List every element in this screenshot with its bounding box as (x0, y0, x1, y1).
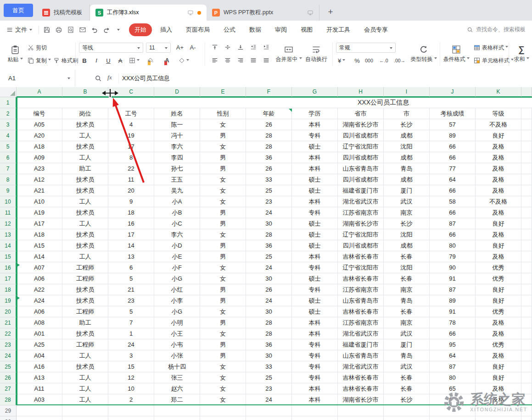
align-center-button[interactable] (221, 55, 234, 66)
tab-workbook[interactable]: S 工作簿3.xlsx (90, 5, 207, 21)
cell-style-button[interactable]: 单元格样式 (474, 56, 514, 65)
increase-font-button[interactable]: A+ (174, 42, 185, 52)
tab-device-icon[interactable] (187, 10, 194, 16)
align-top-button[interactable] (208, 42, 221, 53)
thousands-separator-button[interactable]: 000 (364, 55, 375, 66)
row-header-1[interactable]: 1 (0, 97, 17, 108)
print-preview-button[interactable] (65, 24, 76, 35)
conditional-format-button[interactable]: 条件格式 (442, 41, 470, 67)
font-size-select[interactable]: 11 (146, 43, 171, 53)
row-header-21[interactable]: 21 (0, 317, 17, 328)
row-header-25[interactable]: 25 (0, 361, 17, 372)
row-header-27[interactable]: 27 (0, 383, 17, 394)
ribbon-tab-member[interactable]: 会员专享 (358, 23, 393, 36)
insert-function-button[interactable]: fx (107, 74, 112, 81)
underline-button[interactable]: U (103, 55, 114, 66)
decrease-font-button[interactable]: A- (187, 42, 198, 52)
home-tab[interactable]: 首页 (4, 4, 33, 17)
ribbon-tab-home[interactable]: 开始 (129, 23, 152, 36)
row-header-14[interactable]: 14 (0, 240, 17, 251)
tab-ppt[interactable]: P WPS PPT教程.pptx (207, 5, 319, 21)
ribbon-tab-developer[interactable]: 开发工具 (321, 23, 356, 36)
type-convert-button[interactable]: 类型转换 (410, 41, 437, 67)
quickbar-more-button[interactable] (113, 24, 124, 35)
name-box[interactable]: A1 (0, 70, 75, 87)
row-header-26[interactable]: 26 (0, 372, 17, 383)
percent-button[interactable]: % (352, 55, 363, 66)
decrease-decimal-button[interactable]: ←.0 (378, 55, 389, 66)
ribbon-tab-data[interactable]: 数据 (244, 23, 267, 36)
font-color-button[interactable]: A (161, 55, 174, 66)
row-header-29[interactable]: 29 (0, 405, 17, 416)
align-middle-button[interactable] (221, 42, 234, 53)
share-button[interactable] (77, 24, 88, 35)
align-right-button[interactable] (234, 55, 247, 66)
row-header-19[interactable]: 19 (0, 295, 17, 306)
row-header-30[interactable]: 30 (0, 416, 17, 420)
increase-indent-button[interactable] (260, 42, 273, 53)
bold-button[interactable]: B (79, 55, 90, 66)
magnifier-icon[interactable] (95, 75, 102, 82)
row-header-15[interactable]: 15 (0, 251, 17, 262)
spreadsheet-grid: XXX公司员工信息编号岗位工号姓名性别年龄学历省市市考核成绩等级A05技术员4陈… (0, 87, 532, 420)
ribbon-tab-insert[interactable]: 插入 (155, 23, 178, 36)
command-search[interactable]: 查找命令、搜索模板 (467, 26, 526, 33)
number-format-select[interactable]: 常规 (336, 43, 396, 53)
ribbon-tab-page-layout[interactable]: 页面布局 (180, 23, 215, 36)
row-header-18[interactable]: 18 (0, 284, 17, 295)
borders-button[interactable] (128, 55, 140, 66)
copy-button[interactable]: 复制 (28, 56, 51, 65)
save-button[interactable] (41, 24, 52, 35)
row-header-8[interactable]: 8 (0, 174, 17, 185)
select-all-corner[interactable] (0, 87, 17, 97)
ribbon-tab-review[interactable]: 审阅 (269, 23, 292, 36)
merge-center-button[interactable]: 合并居中 (275, 41, 302, 67)
row-header-24[interactable]: 24 (0, 350, 17, 361)
cut-button[interactable]: 剪切 (28, 43, 47, 52)
font-name-select[interactable]: 等线 (79, 43, 143, 53)
row-header-28[interactable]: 28 (0, 394, 17, 405)
row-header-4[interactable]: 4 (0, 130, 17, 141)
currency-button[interactable]: ¥ (336, 55, 347, 66)
row-header-9[interactable]: 9 (0, 185, 17, 196)
row-header-12[interactable]: 12 (0, 218, 17, 229)
row-header-22[interactable]: 22 (0, 328, 17, 339)
justify-button[interactable] (247, 55, 260, 66)
row-header-13[interactable]: 13 (0, 229, 17, 240)
increase-decimal-button[interactable]: .00→ (393, 55, 406, 66)
undo-button[interactable] (89, 24, 100, 35)
row-header-6[interactable]: 6 (0, 152, 17, 163)
row-header-3[interactable]: 3 (0, 119, 17, 130)
ribbon-tab-view[interactable]: 视图 (295, 23, 318, 36)
new-tab-button[interactable]: + (324, 6, 337, 18)
paste-button[interactable]: 粘贴 (5, 41, 26, 67)
sum-button[interactable]: ∑ 求和 (511, 41, 532, 67)
table-style-button[interactable]: 表格样式 (474, 43, 508, 52)
row-header-16[interactable]: 16 (0, 262, 17, 273)
align-bottom-button[interactable] (234, 42, 247, 53)
row-header-23[interactable]: 23 (0, 339, 17, 350)
formula-input[interactable]: XXX公司员工信息 (122, 74, 170, 83)
file-menu[interactable]: 文件 (0, 21, 37, 39)
redo-button[interactable] (101, 24, 112, 35)
wrap-text-button[interactable]: 自动换行 (304, 41, 329, 67)
tab-template[interactable]: 找稿壳模板 (37, 5, 90, 21)
align-left-button[interactable] (208, 55, 221, 66)
fill-color-button[interactable] (144, 55, 157, 66)
row-header-20[interactable]: 20 (0, 306, 17, 317)
row-header-10[interactable]: 10 (0, 196, 17, 207)
row-header-5[interactable]: 5 (0, 141, 17, 152)
row-header-17[interactable]: 17 (0, 273, 17, 284)
tab-device-icon[interactable] (307, 10, 314, 16)
format-painter-button[interactable]: 格式刷 (53, 56, 78, 65)
italic-button[interactable]: I (91, 55, 102, 66)
decrease-indent-button[interactable] (247, 42, 260, 53)
strikethrough-button[interactable]: A (115, 55, 126, 66)
distribute-button[interactable] (260, 55, 273, 66)
row-header-7[interactable]: 7 (0, 163, 17, 174)
row-header-2[interactable]: 2 (0, 108, 17, 119)
cell-shading-button[interactable] (177, 55, 190, 66)
row-header-11[interactable]: 11 (0, 207, 17, 218)
ribbon-tab-formulas[interactable]: 公式 (218, 23, 241, 36)
print-button[interactable] (53, 24, 64, 35)
